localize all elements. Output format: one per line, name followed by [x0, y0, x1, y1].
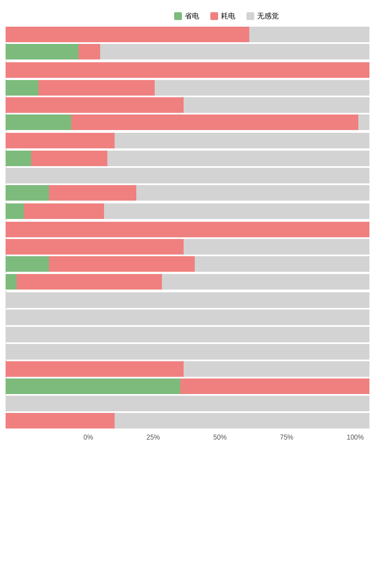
legend-color — [210, 12, 218, 20]
bar-segment-pink — [24, 203, 104, 219]
bar-row: iPhone 8 Plus — [6, 310, 369, 325]
bar-row: iPhone XS Max — [6, 413, 369, 428]
bar-segment-gray — [184, 361, 369, 377]
bar-segment-green — [6, 274, 17, 290]
bar-label: iPhone SE 第2代 — [0, 330, 6, 339]
x-axis: 0%25%50%75%100% — [83, 433, 364, 441]
bar-row: iPhone 14 Pro Max — [6, 273, 369, 291]
bar-track — [6, 222, 369, 237]
bar-track — [6, 133, 369, 148]
bar-segment-gray — [358, 114, 369, 130]
bar-segment-pink — [6, 62, 369, 78]
bar-track — [6, 292, 369, 308]
bar-segment-pink — [180, 378, 369, 394]
bar-row: iPhone 13 Pro Max — [6, 202, 369, 220]
bar-track — [6, 361, 369, 377]
bar-segment-gray — [195, 256, 369, 272]
bar-row: iPhone SE 第2代 — [6, 327, 369, 342]
bar-track — [6, 327, 369, 342]
bar-segment-gray — [115, 133, 369, 148]
bar-segment-pink — [6, 413, 115, 428]
bar-label: iPhone X — [0, 365, 6, 373]
x-axis-label: 50% — [213, 433, 226, 441]
bar-label: iPhone 12 mini — [0, 101, 6, 109]
bar-track — [6, 185, 369, 201]
bar-segment-pink — [17, 274, 162, 290]
bar-label: iPhone 13 mini — [0, 172, 6, 181]
bar-row: iPhone XS — [6, 396, 369, 411]
bar-segment-green — [6, 151, 31, 166]
bar-label: iPhone 11 Pro — [0, 47, 6, 56]
x-axis-label: 75% — [280, 433, 293, 441]
legend-label: 耗电 — [221, 11, 235, 21]
bar-segment-gray — [184, 97, 369, 113]
bar-segment-pink — [49, 256, 195, 272]
legend-color — [246, 12, 254, 20]
bar-label: iPhone 14 — [0, 225, 6, 234]
bar-row: iPhone 13 Pro — [6, 185, 369, 201]
bar-row: iPhone 12 — [6, 80, 369, 96]
bar-label: iPhone 8 — [0, 296, 6, 305]
bar-segment-pink — [6, 97, 184, 113]
bar-track — [6, 344, 369, 360]
bar-track — [6, 256, 369, 272]
bar-segment-green — [6, 256, 49, 272]
bar-label: iPhone XR — [0, 382, 6, 391]
legend-label: 省电 — [185, 11, 199, 21]
bar-segment-gray — [184, 239, 369, 255]
bar-label: iPhone 11 Pro Max — [0, 61, 6, 78]
bar-segment-green — [6, 44, 78, 59]
bar-segment-green — [6, 80, 38, 96]
bar-row: iPhone 14 — [6, 222, 369, 237]
bar-segment-gray — [104, 203, 369, 219]
bar-row: iPhone 14 Pro — [6, 256, 369, 272]
bar-track — [6, 44, 369, 59]
bars-area: iPhone 11iPhone 11 ProiPhone 11 Pro Maxi… — [6, 27, 369, 428]
bar-row: iPhone 12 mini — [6, 97, 369, 113]
bar-row: iPhone 11 Pro Max — [6, 61, 369, 78]
bar-row: iPhone SE 第3代 — [6, 344, 369, 360]
bar-row: iPhone 12 Pro Max — [6, 132, 369, 149]
bar-track — [6, 80, 369, 96]
bar-segment-gray — [249, 27, 369, 42]
bar-track — [6, 274, 369, 290]
bar-label: iPhone 12 Pro Max — [0, 132, 6, 149]
bar-track — [6, 396, 369, 411]
bar-track — [6, 310, 369, 325]
bar-label: iPhone 8 Plus — [0, 313, 6, 322]
bar-label: iPhone 14 Pro — [0, 260, 6, 268]
bar-row: iPhone 13 — [6, 151, 369, 166]
bar-segment-green — [6, 114, 71, 130]
bar-label: iPhone SE 第3代 — [0, 347, 6, 356]
bar-track — [6, 62, 369, 78]
bar-segment-pink — [6, 361, 184, 377]
bar-segment-gray — [6, 344, 369, 360]
bar-segment-gray — [162, 274, 369, 290]
bar-label: iPhone XS Max — [0, 416, 6, 425]
chart-container: 省电 耗电 无感觉 iPhone 11iPhone 11 ProiPhone 1… — [0, 6, 375, 458]
legend-item: 无感觉 — [246, 11, 279, 21]
bar-segment-gray — [6, 396, 369, 411]
bar-segment-green — [6, 203, 24, 219]
bar-track — [6, 239, 369, 255]
bar-segment-pink — [49, 185, 136, 201]
bar-track — [6, 97, 369, 113]
bar-label: iPhone XS — [0, 399, 6, 408]
bar-segment-pink — [6, 222, 369, 237]
bar-segment-gray — [6, 292, 369, 308]
bar-segment-pink — [6, 239, 184, 255]
x-axis-label: 25% — [146, 433, 160, 441]
legend-item: 耗电 — [210, 11, 235, 21]
bar-track — [6, 378, 369, 394]
bar-track — [6, 203, 369, 219]
bar-segment-gray — [115, 413, 369, 428]
bar-segment-gray — [6, 327, 369, 342]
bar-segment-pink — [31, 151, 107, 166]
bar-segment-gray — [136, 185, 369, 201]
bar-track — [6, 168, 369, 183]
bar-segment-pink — [38, 80, 155, 96]
x-axis-label: 100% — [347, 433, 364, 441]
bar-segment-green — [6, 378, 180, 394]
legend-item: 省电 — [174, 11, 199, 21]
bar-row: iPhone XR — [6, 378, 369, 394]
